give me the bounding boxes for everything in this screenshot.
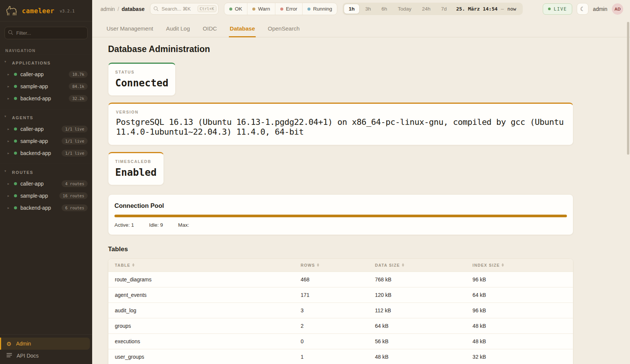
live-button[interactable]: LIVE xyxy=(543,3,572,15)
date-range-display[interactable]: 25. März 14:54 — now xyxy=(452,6,522,12)
cell-table-name: audit_log xyxy=(108,303,294,318)
user-name: admin xyxy=(593,6,607,12)
tables-table: TABLE ROWS DATA SIZE INDEX SIZE route_di… xyxy=(108,259,573,364)
filter-warn[interactable]: Warn xyxy=(247,3,275,15)
sidebar-item-backend-app-routes[interactable]: ▸ backend-app 6 routes xyxy=(0,202,92,214)
timescaledb-card-label: TIMESCALEDB xyxy=(115,159,157,164)
time-range-1h[interactable]: 1h xyxy=(344,4,360,14)
item-badge: 1/1 live xyxy=(62,126,88,132)
time-range-today[interactable]: Today xyxy=(393,4,416,14)
section-header-agents[interactable]: ▾ AGENTS xyxy=(0,113,92,123)
breadcrumb-parent[interactable]: admin xyxy=(100,6,115,12)
chevron-right-icon[interactable]: ▸ xyxy=(8,97,11,100)
chevron-right-icon[interactable]: ▸ xyxy=(8,72,11,76)
topbar: admin / database Ctrl+K OK Warn Error xyxy=(92,0,630,18)
sidebar-item-caller-app-agent[interactable]: ▸ caller-app 1/1 live xyxy=(0,123,92,135)
item-label: backend-app xyxy=(20,150,58,156)
chevron-right-icon[interactable]: ▸ xyxy=(8,84,11,88)
section-header-routes[interactable]: ▾ ROUTES xyxy=(0,168,92,178)
status-dot xyxy=(14,73,17,76)
sort-icon xyxy=(402,263,404,267)
collapse-caret-icon: ▾ xyxy=(5,115,7,118)
chevron-right-icon[interactable]: ▸ xyxy=(8,127,11,131)
table-row[interactable]: executions 0 56 kB 48 kB xyxy=(108,333,573,349)
item-badge: 1/1 live xyxy=(62,138,88,144)
filter-running[interactable]: Running xyxy=(302,3,337,15)
nav-section-agents: ▾ AGENTS ▸ caller-app 1/1 live ▸ sample-… xyxy=(0,109,92,164)
item-label: caller-app xyxy=(20,181,58,187)
chevron-right-icon[interactable]: ▸ xyxy=(8,151,11,155)
nav-caption: NAVIGATION xyxy=(0,42,92,54)
tab-oidc[interactable]: OIDC xyxy=(202,23,218,37)
sort-icon xyxy=(502,263,504,267)
gear-icon: ⚙ xyxy=(6,341,11,347)
chevron-right-icon[interactable]: ▸ xyxy=(8,182,11,186)
item-label: backend-app xyxy=(20,205,58,211)
global-search: Ctrl+K xyxy=(150,3,219,15)
cell-data-size: 120 kB xyxy=(369,287,466,303)
column-header-table[interactable]: TABLE xyxy=(115,263,134,267)
sidebar-item-backend-app[interactable]: ▸ backend-app 32.2k xyxy=(0,92,92,104)
cell-table-name: route_diagrams xyxy=(108,272,294,287)
chevron-right-icon[interactable]: ▸ xyxy=(8,139,11,143)
collapse-caret-icon: ▾ xyxy=(5,60,7,63)
vertical-scrollbar[interactable] xyxy=(627,22,629,155)
time-range-3h[interactable]: 3h xyxy=(360,4,376,14)
search-shortcut-kbd: Ctrl+K xyxy=(198,5,216,12)
logo-row[interactable]: cameleer v3.2.1 xyxy=(0,0,92,22)
admin-tabs: User Management Audit Log OIDC Database … xyxy=(92,18,630,37)
tab-audit-log[interactable]: Audit Log xyxy=(165,23,190,37)
tab-user-management[interactable]: User Management xyxy=(106,23,154,37)
sidebar-item-api-docs[interactable]: API Docs xyxy=(0,350,92,362)
item-label: caller-app xyxy=(20,126,58,132)
sidebar-footer: ⚙ Admin API Docs xyxy=(0,334,92,364)
sidebar-item-sample-app[interactable]: ▸ sample-app 84.1k xyxy=(0,80,92,92)
table-row[interactable]: audit_log 3 112 kB 96 kB xyxy=(108,303,573,318)
avatar-initials: AD xyxy=(615,7,621,11)
status-dot xyxy=(14,194,17,197)
column-header-index-size[interactable]: INDEX SIZE xyxy=(472,263,504,267)
sidebar-item-backend-app-agent[interactable]: ▸ backend-app 1/1 live xyxy=(0,147,92,159)
tab-opensearch[interactable]: OpenSearch xyxy=(267,23,300,37)
sort-icon xyxy=(317,263,319,267)
timescaledb-card-value: Enabled xyxy=(115,167,157,178)
time-range-24h[interactable]: 24h xyxy=(417,4,435,14)
main-area: admin / database Ctrl+K OK Warn Error xyxy=(92,0,630,364)
error-dot-icon xyxy=(280,8,283,11)
cell-data-size: 112 kB xyxy=(369,303,466,318)
chevron-right-icon[interactable]: ▸ xyxy=(8,206,11,210)
avatar[interactable]: AD xyxy=(612,3,623,15)
table-header-row: TABLE ROWS DATA SIZE INDEX SIZE xyxy=(108,259,573,272)
tab-database[interactable]: Database xyxy=(229,23,256,37)
item-badge: 84.1k xyxy=(69,83,88,90)
tables-section-title: Tables xyxy=(108,246,630,253)
sidebar-item-caller-app-routes[interactable]: ▸ caller-app 4 routes xyxy=(0,178,92,190)
sidebar-item-sample-app-routes[interactable]: ▸ sample-app 16 routes xyxy=(0,190,92,202)
cell-table-name: executions xyxy=(108,333,294,349)
table-row[interactable]: agent_events 171 120 kB 64 kB xyxy=(108,287,573,303)
sidebar-item-admin[interactable]: ⚙ Admin xyxy=(0,338,90,350)
section-header-applications[interactable]: ▾ APPLICATIONS xyxy=(0,58,92,68)
time-range-6h[interactable]: 6h xyxy=(377,4,392,14)
sidebar-item-sample-app-agent[interactable]: ▸ sample-app 1/1 live xyxy=(0,135,92,147)
filter-error[interactable]: Error xyxy=(275,3,302,15)
status-filter-group: OK Warn Error Running xyxy=(224,3,338,15)
table-row[interactable]: groups 2 64 kB 48 kB xyxy=(108,318,573,333)
live-dot-icon xyxy=(548,8,551,10)
sidebar: cameleer v3.2.1 NAVIGATION ▾ APPLICATION… xyxy=(0,0,92,364)
time-range-7d[interactable]: 7d xyxy=(436,4,452,14)
table-row[interactable]: user_groups 1 48 kB 32 kB xyxy=(108,349,573,364)
filter-label: OK xyxy=(235,6,242,12)
app-name: cameleer xyxy=(22,7,54,15)
sidebar-item-caller-app[interactable]: ▸ caller-app 10.7k xyxy=(0,68,92,80)
filter-ok[interactable]: OK xyxy=(224,3,247,15)
chevron-right-icon[interactable]: ▸ xyxy=(8,194,11,198)
table-row[interactable]: route_diagrams 468 768 kB 96 kB xyxy=(108,272,573,287)
theme-toggle-button[interactable]: ☾ xyxy=(577,3,588,15)
column-header-rows[interactable]: ROWS xyxy=(301,263,319,267)
column-header-data-size[interactable]: DATA SIZE xyxy=(375,263,404,267)
filter-input[interactable] xyxy=(5,27,88,39)
page-title: Database Administration xyxy=(108,44,630,54)
version-card-value: PostgreSQL 16.13 (Ubuntu 16.13-1.pgdg22.… xyxy=(116,117,565,137)
date-to: now xyxy=(507,6,516,12)
